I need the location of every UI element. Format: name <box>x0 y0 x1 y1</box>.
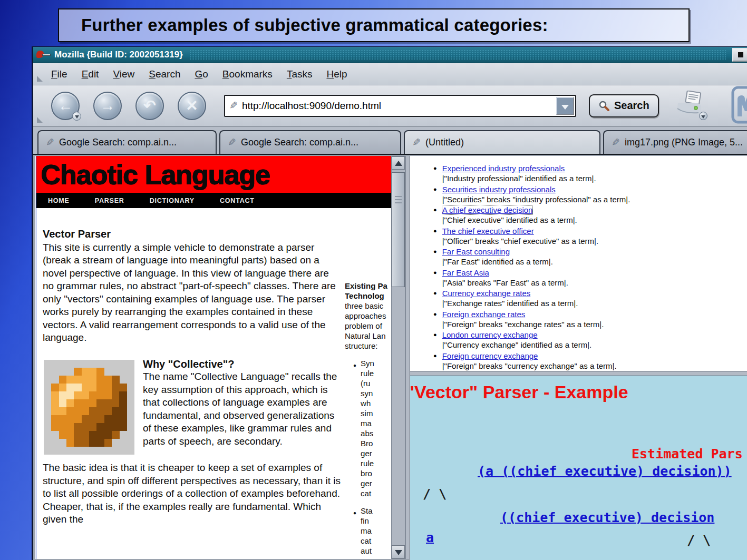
reload-button[interactable]: ↶ <box>135 92 164 120</box>
result-link[interactable]: Far East consulting <box>442 247 510 256</box>
result-description: |"Asia" breaks "Far East" as a term|. <box>442 278 568 288</box>
menu-item[interactable]: Edit <box>82 68 99 80</box>
side-column-line: approaches <box>345 311 391 321</box>
frame-splitter-vertical[interactable] <box>405 156 410 559</box>
back-arrow-icon: ← <box>58 97 73 114</box>
print-dropdown-icon[interactable] <box>699 112 707 120</box>
back-dropdown-icon[interactable] <box>72 112 81 121</box>
titlebar-grip-texture <box>189 50 726 60</box>
toolbar-grippy[interactable] <box>37 117 43 123</box>
result-link[interactable]: The chief executive officer <box>442 227 534 235</box>
estimated-parse-label: Estimated Pars <box>632 446 743 461</box>
example-title: "Vector" Parser - Example <box>410 382 628 402</box>
url-input[interactable]: http://localhost:9090/demo.html <box>242 100 556 112</box>
menu-item[interactable]: Go <box>195 68 208 80</box>
side-column-line: bro <box>361 468 374 478</box>
bullet-icon: ● <box>433 331 437 350</box>
menubar-grippy[interactable] <box>37 76 43 82</box>
side-bullet-group: ● Synrule(rusynwhsimmaabsBrogerrulebroge… <box>345 358 391 498</box>
window-icon <box>36 50 52 60</box>
url-dropdown-button[interactable] <box>556 97 574 115</box>
url-bar[interactable]: ✎ http://localhost:9090/demo.html <box>224 95 576 117</box>
result-item: ● Foreign exchange rates |"Foreign" brea… <box>433 309 747 329</box>
browser-tab[interactable]: ✎ Google Search: comp.ai.n... <box>37 130 217 154</box>
scroll-down-button[interactable] <box>392 545 405 558</box>
browser-tab[interactable]: ✎ img17.png (PNG Image, 5... <box>603 130 747 154</box>
results-frame: ● Experienced industry professionals |"I… <box>410 156 747 371</box>
site-nav-link[interactable]: HOME <box>48 197 70 204</box>
menu-item[interactable]: Tasks <box>287 68 313 80</box>
window-titlebar[interactable]: Mozilla {Build ID: 2002051319} <box>33 47 747 63</box>
site-nav-link[interactable]: CONTACT <box>220 197 255 204</box>
site-nav-link[interactable]: DICTIONARY <box>150 197 195 204</box>
side-column-line: sim <box>361 408 374 418</box>
menu-item[interactable]: Bookmarks <box>222 68 273 80</box>
back-button[interactable]: ← <box>51 92 80 120</box>
collective-section: Why "Collective"? The name "Collective L… <box>43 358 341 448</box>
side-column-line: Syn <box>361 358 374 368</box>
tab-label: img17.png (PNG Image, 5... <box>625 137 743 148</box>
result-description: |"Far East" identified as a term|. <box>442 257 553 267</box>
side-column-line: aut <box>361 546 373 556</box>
browser-tab[interactable]: ✎ (Untitled) <box>404 130 600 154</box>
result-link[interactable]: A chief executive decision <box>442 205 533 214</box>
print-button[interactable] <box>675 91 707 121</box>
result-item: ● A chief executive decision |"Chief exe… <box>433 205 747 225</box>
side-column-line: cat <box>361 488 374 498</box>
tab-label: (Untitled) <box>425 137 464 148</box>
parse-root-link[interactable]: (a ((chief executive) decision)) <box>478 464 732 479</box>
result-link[interactable]: Far East Asia <box>442 268 489 277</box>
result-description: |"Officer" breaks "chief executive" as a… <box>442 236 598 246</box>
search-icon <box>598 100 610 112</box>
side-column-line: wh <box>361 398 374 408</box>
slide-title: Further examples of subjective grammatic… <box>81 15 548 35</box>
scrollbar-thumb[interactable] <box>392 172 405 287</box>
bullet-icon: ● <box>433 311 437 329</box>
side-column-line: ma <box>361 418 374 428</box>
site-banner: Chaotic Language <box>36 156 391 193</box>
tab-tag-icon: ✎ <box>228 136 236 149</box>
menu-item[interactable]: View <box>113 68 134 80</box>
stop-button[interactable]: ✕ <box>178 92 206 120</box>
result-link[interactable]: Experienced industry professionals <box>442 164 565 173</box>
side-column-line: Existing Pa <box>345 281 391 291</box>
parse-leaf-link[interactable]: a <box>426 530 434 545</box>
side-column-line: ger <box>361 478 374 488</box>
browser-tab[interactable]: ✎ Google Search: comp.ai.n... <box>219 130 401 154</box>
menu-item[interactable]: Search <box>149 68 180 80</box>
result-description: |"Foreign" breaks "exchange rates" as a … <box>442 319 604 329</box>
bullet-icon: ● <box>433 269 437 288</box>
side-column-line: ma <box>361 526 373 536</box>
bookmark-tag-icon: ✎ <box>229 100 238 112</box>
result-item: ● Securities industry professionals |"Se… <box>433 184 747 204</box>
side-intro: three basicapproachesproblem ofNatural L… <box>345 301 391 351</box>
frame-splitter-horizontal[interactable] <box>410 371 747 376</box>
result-link[interactable]: Foreign currency exchange <box>442 351 538 360</box>
site-frame: Chaotic Language HOMEPARSERDICTIONARYCON… <box>35 156 391 559</box>
forward-button[interactable]: → <box>93 92 122 120</box>
result-link[interactable]: Securities industry professionals <box>442 185 556 194</box>
window-title: Mozilla {Build ID: 2002051319} <box>54 50 183 60</box>
result-item: ● Foreign currency exchange |"Foreign" b… <box>433 351 747 371</box>
menu-item[interactable]: File <box>51 68 67 80</box>
maximize-button[interactable] <box>732 48 747 62</box>
side-column-line: rule <box>361 368 374 378</box>
site-nav-link[interactable]: PARSER <box>95 197 124 204</box>
menu-item[interactable]: Help <box>326 68 347 80</box>
bullet-icon: ● <box>353 508 356 556</box>
bullet-icon: ● <box>433 207 437 225</box>
vertical-scrollbar[interactable] <box>391 156 405 559</box>
bullet-icon: ● <box>433 165 437 183</box>
result-link[interactable]: Currency exchange rates <box>442 289 531 298</box>
menu-items: File Edit View Search Go Bookmarks Tasks… <box>51 68 347 80</box>
result-description: |"Foreign" breaks "currency exchange" as… <box>442 361 617 371</box>
search-button[interactable]: Search <box>589 94 659 117</box>
scroll-up-button[interactable] <box>392 156 405 170</box>
result-link[interactable]: Foreign exchange rates <box>442 310 526 319</box>
bullet-icon: ● <box>433 228 437 246</box>
existing-parser-column: Existing PaTechnolog three basicapproach… <box>345 281 391 559</box>
result-item: ● Currency exchange rates |"Exchange rat… <box>433 288 747 308</box>
side-column-line: (ru <box>361 378 374 388</box>
parse-child-link[interactable]: ((chief executive) decision <box>500 510 714 525</box>
result-link[interactable]: London currency exchange <box>442 330 538 339</box>
